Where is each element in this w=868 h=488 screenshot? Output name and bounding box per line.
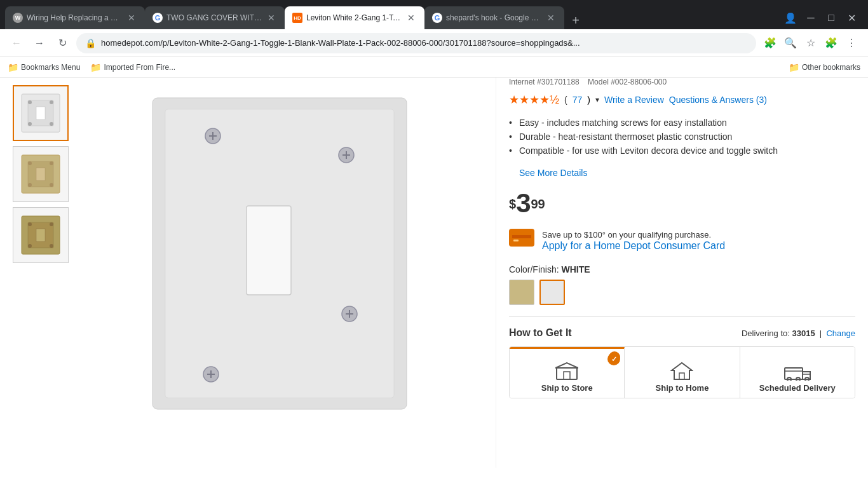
- tab-4-favicon: G: [432, 13, 442, 23]
- features-list: Easy - includes matching screws for easy…: [509, 116, 855, 158]
- star-rating: ★★★★½: [509, 93, 559, 107]
- how-to-get-section: How to Get It Delivering to: 33015 | Cha…: [509, 327, 855, 398]
- thumbnail-1-image: [18, 91, 63, 135]
- svg-marker-42: [672, 363, 692, 379]
- bookmarks-bar: 📁 Bookmarks Menu 📁 Imported From Fire...…: [0, 57, 868, 78]
- bookmark-icon[interactable]: ☆: [802, 34, 820, 52]
- address-input[interactable]: [101, 38, 747, 48]
- thumbnail-2-image: [18, 152, 63, 196]
- svg-rect-13: [36, 168, 45, 180]
- color-swatch-ivory[interactable]: [509, 280, 534, 305]
- tab-1-title: Wiring Help Replacing a Two S...: [27, 13, 122, 22]
- bookmarks-menu-label: Bookmarks Menu: [21, 63, 80, 72]
- back-button[interactable]: ←: [8, 34, 25, 52]
- tab-1[interactable]: W Wiring Help Replacing a Two S... ✕: [5, 6, 145, 29]
- browser-chrome: W Wiring Help Replacing a Two S... ✕ G T…: [0, 0, 868, 78]
- menu-icon[interactable]: ⋮: [843, 34, 860, 52]
- svg-rect-20: [36, 229, 45, 241]
- svg-point-5: [50, 122, 53, 126]
- ship-to-home-icon: [670, 362, 693, 381]
- tab-3-title: Leviton White 2-Gang 1-Toggle...: [306, 13, 402, 22]
- svg-rect-38: [513, 240, 519, 241]
- delivery-location: Delivering to: 33015 | Change: [742, 329, 855, 338]
- change-zip-link[interactable]: Change: [826, 329, 855, 338]
- svg-point-10: [50, 161, 53, 165]
- imported-bookmarks-label: Imported From Fire...: [104, 63, 175, 72]
- tab-2[interactable]: G TWO GANG COVER WITH ONE... ✕: [145, 6, 285, 29]
- thumbnail-1[interactable]: [13, 85, 69, 141]
- see-more-link[interactable]: See More Details: [509, 168, 855, 178]
- tab-4-close[interactable]: ✕: [545, 12, 557, 24]
- search-icon[interactable]: 🔍: [782, 34, 799, 52]
- svg-point-17: [50, 222, 53, 226]
- credit-card-promo: Save up to $100° on your qualifying purc…: [509, 229, 855, 252]
- divider: [509, 316, 855, 317]
- new-tab-button[interactable]: +: [567, 11, 585, 29]
- tab-3[interactable]: HD Leviton White 2-Gang 1-Toggle... ✕: [285, 6, 424, 29]
- promo-link[interactable]: Apply for a Home Depot Consumer Card: [542, 240, 725, 251]
- ship-to-store-icon: [555, 362, 578, 381]
- product-price: $399: [509, 204, 545, 214]
- delivering-to-label: Delivering to:: [742, 329, 790, 338]
- product-info-panel: Internet #301701188 Model #002-88006-000…: [496, 78, 868, 468]
- svg-rect-39: [557, 368, 577, 379]
- credit-card-icon: [509, 229, 534, 247]
- price-dollar: $: [509, 197, 516, 211]
- promo-text-container: Save up to $100° on your qualifying purc…: [542, 229, 725, 252]
- color-label: Color/Finish: WHITE: [509, 264, 855, 274]
- tab-1-close[interactable]: ✕: [126, 12, 137, 24]
- ship-to-store-tab[interactable]: ✓ Ship to Store: [510, 347, 625, 398]
- wall-plate-main-svg: [133, 92, 426, 422]
- other-bookmarks-item[interactable]: 📁 Other bookmarks: [789, 62, 860, 72]
- minimize-button[interactable]: ─: [802, 9, 820, 27]
- tab-3-close[interactable]: ✕: [405, 12, 417, 24]
- bookmarks-folder-icon: 📁: [8, 62, 18, 72]
- ship-to-home-label: Ship to Home: [656, 383, 709, 393]
- svg-point-12: [50, 183, 53, 187]
- page-content: Internet #301701188 Model #002-88006-000…: [0, 78, 868, 468]
- tab-3-favicon: HD: [292, 13, 302, 23]
- scheduled-delivery-tab[interactable]: Scheduled Delivery: [740, 347, 855, 398]
- puzzle-icon[interactable]: 🧩: [822, 34, 840, 52]
- scheduled-delivery-icon: [783, 362, 811, 381]
- color-value: WHITE: [561, 264, 590, 274]
- price-cents: 99: [531, 197, 545, 211]
- imported-folder-icon: 📁: [90, 62, 101, 72]
- color-swatches: [509, 280, 855, 305]
- rating-chevron-icon[interactable]: ▾: [595, 95, 599, 104]
- price-row: $399: [509, 188, 855, 219]
- product-images-section: [0, 78, 496, 468]
- lock-icon: 🔒: [85, 38, 96, 48]
- svg-point-4: [28, 122, 32, 126]
- tab-2-close[interactable]: ✕: [266, 12, 277, 24]
- bookmarks-menu-item[interactable]: 📁 Bookmarks Menu: [8, 62, 80, 72]
- forward-button[interactable]: →: [31, 34, 48, 52]
- rating-count-value[interactable]: 77: [573, 95, 583, 105]
- imported-bookmarks-item[interactable]: 📁 Imported From Fire...: [90, 62, 175, 72]
- address-bar[interactable]: 🔒: [76, 33, 756, 53]
- thumbnail-2[interactable]: [13, 146, 69, 202]
- qa-link[interactable]: Questions & Answers (3): [669, 95, 767, 105]
- tab-4[interactable]: G shepard's hook - Google Sear... ✕: [424, 6, 564, 29]
- svg-point-16: [28, 222, 32, 226]
- profile-icon[interactable]: 👤: [782, 9, 799, 27]
- color-label-text: Color/Finish:: [509, 264, 559, 274]
- feature-2: Durable - heat-resistant thermoset plast…: [509, 130, 855, 144]
- thumbnail-3[interactable]: [13, 207, 69, 263]
- product-meta: Internet #301701188 Model #002-88006-000: [509, 78, 855, 86]
- thumbnail-list: [13, 85, 69, 460]
- ship-to-home-tab[interactable]: Ship to Home: [625, 347, 740, 398]
- close-button[interactable]: ✕: [843, 9, 860, 27]
- reload-button[interactable]: ↻: [53, 34, 71, 52]
- browser-toolbar: ← → ↻ 🔒 🧩 🔍 ☆ 🧩 ⋮: [0, 29, 868, 57]
- main-product-image[interactable]: [76, 85, 483, 460]
- restore-button[interactable]: □: [822, 9, 840, 27]
- other-bookmarks-label: Other bookmarks: [802, 63, 860, 72]
- price-whole: 3: [516, 188, 531, 218]
- write-review-link[interactable]: Write a Review: [604, 95, 664, 105]
- svg-point-2: [28, 100, 32, 104]
- color-swatch-white[interactable]: [539, 280, 565, 305]
- extensions-icon[interactable]: 🧩: [761, 34, 779, 52]
- rating-count-close: ): [587, 95, 590, 105]
- other-bookmarks-folder-icon: 📁: [789, 62, 799, 72]
